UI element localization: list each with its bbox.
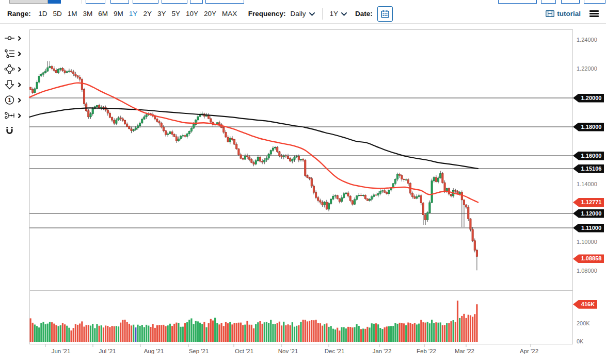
arrow-annotation-tool-icon	[3, 79, 15, 90]
price-badge: 1.11000	[573, 224, 604, 233]
volume-axis-label: 0K	[577, 338, 583, 344]
x-axis-label: Sep '21	[189, 348, 209, 354]
chevron-right-icon	[18, 67, 21, 72]
chevron-right-icon	[18, 36, 21, 41]
number-annotation-tool[interactable]: 1	[3, 92, 21, 108]
y-axis-label: 1.22000	[577, 65, 597, 72]
x-axis-label: Aug '21	[144, 348, 164, 354]
price-badge: 1.16000	[573, 152, 604, 160]
arrow-annotation-tool[interactable]	[3, 77, 21, 92]
x-axis-label: Feb '22	[417, 348, 436, 354]
shapes-tool-icon	[3, 64, 15, 74]
x-axis-label: Dec '21	[325, 348, 345, 354]
price-badge: 1.20000	[573, 94, 604, 103]
magnet-tool-icon	[3, 126, 15, 136]
chevron-right-icon	[18, 82, 21, 88]
chevron-right-icon	[18, 97, 21, 103]
price-badge: 1.08858	[573, 254, 604, 263]
chart-plot[interactable]	[29, 29, 573, 344]
charting-app: Range: 1D5D1M3M6M9M1Y2Y3Y5Y10Y20YMAX Fre…	[0, 0, 606, 364]
measure-tool-icon	[3, 110, 15, 121]
magnet-tool[interactable]	[3, 123, 21, 139]
price-badge: 1.15106	[573, 164, 604, 173]
y-axis-label: 1.10000	[577, 239, 597, 245]
x-axis-label: Oct '21	[235, 348, 253, 354]
fibonacci-tool-icon	[3, 48, 15, 59]
drawing-tools-sidebar: 1	[3, 30, 21, 139]
price-badge: 1.12000	[573, 209, 604, 218]
shapes-tool[interactable]	[3, 61, 21, 77]
chevron-right-icon	[18, 113, 21, 119]
trendline-tool[interactable]	[3, 30, 21, 46]
x-axis-label: Mar '22	[455, 348, 474, 354]
x-axis-label: Jun '21	[52, 348, 71, 354]
price-badge: 1.18000	[573, 123, 604, 131]
x-axis-label: Jul '21	[99, 348, 116, 354]
y-axis-label: 1.24000	[577, 37, 597, 43]
x-axis-label: Jan '22	[373, 348, 392, 354]
trendline-tool-icon	[3, 33, 15, 43]
volume-axis-label: 200K	[577, 320, 590, 326]
y-axis-label: 1.08000	[577, 268, 597, 274]
price-badge: 1.12771	[573, 198, 604, 207]
chevron-right-icon	[18, 51, 21, 57]
svg-text:1: 1	[8, 97, 11, 103]
fibonacci-tool[interactable]	[3, 46, 21, 61]
x-axis-label: Apr '22	[520, 348, 538, 354]
y-axis-label: 1.14000	[577, 181, 597, 187]
measure-tool[interactable]	[3, 108, 21, 123]
x-axis-label: Nov '21	[278, 348, 298, 354]
number-annotation-tool-icon: 1	[3, 95, 15, 105]
